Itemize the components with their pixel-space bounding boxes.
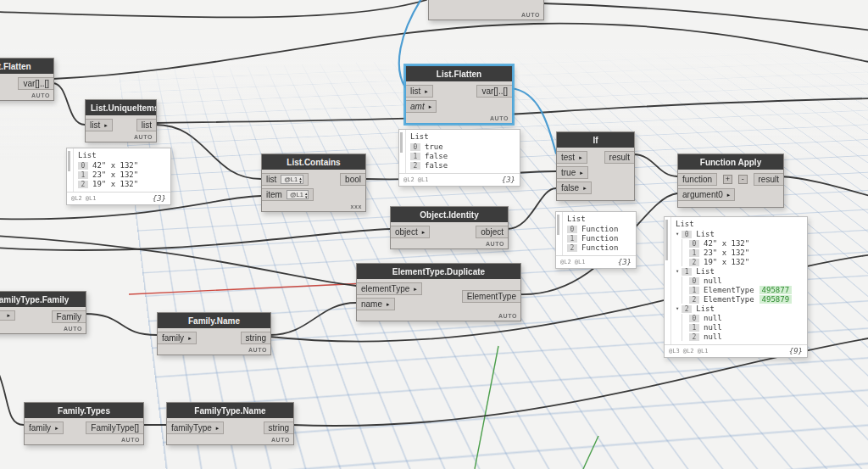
port-out-elementtype[interactable]: ElementType xyxy=(462,290,520,303)
port-out-result[interactable]: result xyxy=(754,173,783,186)
preview-bubble-uniqueitems[interactable]: List 042" x 132" 123" x 132" 219" x 132"… xyxy=(66,148,171,205)
watch-levels[interactable]: @L3 @L2 @L1 xyxy=(669,348,708,355)
add-argument-button[interactable]: + xyxy=(723,175,732,184)
node-list-flatten[interactable]: List.Flatten list ▸ amt ▸ var[]..[] AUTO xyxy=(405,65,513,124)
collapse-icon[interactable]: ▾ xyxy=(676,231,679,237)
port-in-family[interactable]: family ▸ xyxy=(158,332,197,344)
lacing-auto-label[interactable]: AUTO xyxy=(31,92,50,98)
wire[interactable] xyxy=(270,303,356,335)
port-in-true[interactable]: true ▸ xyxy=(557,166,588,179)
port-in-list[interactable]: list ▸ xyxy=(406,85,433,98)
lacing-auto-label[interactable]: AUTO xyxy=(64,326,82,332)
lacing-cross-label[interactable]: xxx xyxy=(351,204,362,209)
port-out-object[interactable]: object xyxy=(476,226,508,238)
node-if[interactable]: If test ▸ true ▸ false ▸ result xyxy=(556,131,635,201)
port-out-var[interactable]: var[]..[] xyxy=(18,77,53,90)
watch-levels[interactable]: @L2 @L1 xyxy=(403,176,429,183)
node-title[interactable]: Object.Identity xyxy=(391,207,508,222)
port-out-string[interactable]: string xyxy=(241,332,270,344)
port-in-function[interactable]: function xyxy=(678,173,717,186)
watch-levels[interactable]: @L2 @L1 xyxy=(560,259,586,265)
wire[interactable] xyxy=(542,3,868,31)
port-out-result[interactable]: result xyxy=(604,151,634,164)
wire[interactable] xyxy=(633,154,677,176)
lacing-auto-label[interactable]: AUTO xyxy=(490,115,509,121)
wire[interactable] xyxy=(0,229,390,250)
scrollbar-thumb[interactable] xyxy=(68,151,70,171)
watch-scrollbar[interactable] xyxy=(67,148,74,192)
lacing-auto-label[interactable]: AUTO xyxy=(121,437,140,443)
lacing-auto-label[interactable]: AUTO xyxy=(271,437,290,443)
wire[interactable] xyxy=(0,366,24,425)
port-out-bool[interactable]: bool xyxy=(340,173,365,186)
node-title[interactable]: FamilyType.Name xyxy=(167,403,293,418)
node-familytype-family[interactable]: FamilyType.Family ▸ Family AUTO xyxy=(0,291,86,334)
node-list-contains[interactable]: List.Contains list @L1 ▴ ▾ item xyxy=(261,154,366,212)
wire[interactable] xyxy=(507,188,556,229)
lacing-auto-label[interactable]: AUTO xyxy=(134,134,153,140)
port-out-familytype-array[interactable]: FamilyType[] xyxy=(86,422,143,434)
port-in-list[interactable]: list ▸ xyxy=(86,119,113,131)
list-level-control[interactable]: @L1 ▴ ▾ xyxy=(281,175,303,184)
wire[interactable] xyxy=(0,0,426,18)
node-elementtype-duplicate[interactable]: ElementType.Duplicate elementType ▸ name… xyxy=(356,263,521,321)
wire[interactable] xyxy=(53,83,85,125)
collapse-icon[interactable]: ▾ xyxy=(676,305,679,312)
lacing-auto-label[interactable]: AUTO xyxy=(498,313,517,319)
node-title[interactable]: FamilyType.Family xyxy=(0,292,86,307)
port-in-elementtype[interactable]: elementType ▸ xyxy=(357,282,422,295)
port-in-family[interactable]: family ▸ xyxy=(25,422,64,434)
preview-bubble-nested-list[interactable]: List ▾ 0 List 042" x 132" 123" x 132" 21… xyxy=(664,216,808,358)
dynamo-workspace[interactable]: List.Flatten var[]..[] AUTO element ▾ AU… xyxy=(0,0,868,469)
preview-bubble-if[interactable]: List 0Function 1Function 2Function @L2 @… xyxy=(555,211,637,269)
lacing-auto-label[interactable]: AUTO xyxy=(248,347,267,353)
port-in-familytype[interactable]: familyType ▸ xyxy=(167,422,224,434)
port-in-object[interactable]: object ▸ xyxy=(391,226,430,238)
node-function-apply[interactable]: Function Apply function + - result argum… xyxy=(677,154,784,208)
scrollbar-thumb[interactable] xyxy=(665,220,668,260)
node-dropdown-clipped[interactable]: element ▾ AUTO xyxy=(428,0,544,20)
port-in-list[interactable]: list @L1 ▴ ▾ xyxy=(262,173,309,186)
node-title[interactable]: Function Apply xyxy=(678,154,783,170)
node-title[interactable]: List.Flatten xyxy=(406,66,512,81)
spinner-icon[interactable]: ▴ ▾ xyxy=(299,176,302,183)
wire[interactable] xyxy=(85,314,157,335)
wire[interactable] xyxy=(0,236,356,286)
node-family-types[interactable]: Family.Types family ▸ FamilyType[] AUTO xyxy=(24,402,144,445)
remove-argument-button[interactable]: - xyxy=(738,175,748,184)
watch-levels[interactable]: @L2 @L1 xyxy=(71,195,97,202)
port-out-string[interactable]: string xyxy=(264,422,293,434)
scrollbar-thumb[interactable] xyxy=(557,215,559,235)
preview-bubble-flatten[interactable]: List 0true 1false 2false @L2 @L1 {3} xyxy=(398,129,520,187)
wire[interactable] xyxy=(780,176,868,197)
node-title[interactable]: If xyxy=(557,132,634,148)
node-family-name[interactable]: Family.Name family ▸ string AUTO xyxy=(157,312,271,355)
node-title[interactable]: Family.Types xyxy=(25,403,143,418)
node-title[interactable]: Family.Name xyxy=(158,313,270,328)
list-level-control[interactable]: @L1 ▴ ▾ xyxy=(287,190,309,199)
port-out-family[interactable]: Family xyxy=(52,310,86,323)
port-in-name[interactable]: name ▸ xyxy=(357,298,395,310)
port-in-argument0[interactable]: argument0 ▸ xyxy=(678,188,735,201)
lacing-auto-label[interactable]: AUTO xyxy=(486,241,504,247)
port-out-var[interactable]: var[]..[] xyxy=(476,85,512,98)
collapse-icon[interactable]: ▾ xyxy=(676,268,679,275)
watch-scrollbar[interactable] xyxy=(399,130,406,173)
port-in-false[interactable]: false ▸ xyxy=(557,181,592,194)
node-title[interactable]: ElementType.Duplicate xyxy=(357,264,520,279)
port-in-test[interactable]: test ▸ xyxy=(557,151,587,164)
port-in-familytype[interactable]: ▸ xyxy=(0,310,15,321)
node-list-uniqueitems[interactable]: List.UniqueItems list ▸ list AUTO xyxy=(85,99,157,142)
lacing-auto-label[interactable]: AUTO xyxy=(521,12,540,18)
port-in-amt[interactable]: amt ▸ xyxy=(406,100,437,113)
node-title[interactable]: List.Contains xyxy=(262,154,365,170)
port-in-item[interactable]: item @L1 ▴ ▾ xyxy=(262,188,314,201)
scrollbar-thumb[interactable] xyxy=(400,132,403,153)
watch-scrollbar[interactable] xyxy=(556,212,563,255)
node-title[interactable]: List.Flatten xyxy=(0,59,53,74)
node-familytype-name[interactable]: FamilyType.Name familyType ▸ string AUTO xyxy=(166,402,294,445)
watch-scrollbar[interactable] xyxy=(665,217,671,344)
node-list-flatten-clipped[interactable]: List.Flatten var[]..[] AUTO xyxy=(0,58,54,101)
node-title[interactable]: List.UniqueItems xyxy=(86,100,156,115)
port-out-list[interactable]: list xyxy=(136,119,156,131)
